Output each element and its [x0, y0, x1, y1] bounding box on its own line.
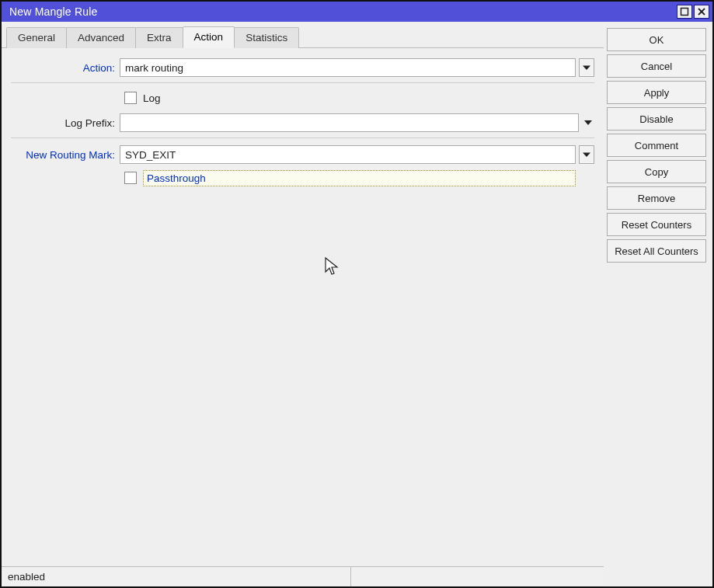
svg-rect-0	[681, 9, 688, 16]
svg-marker-5	[583, 153, 590, 158]
action-input[interactable]	[120, 58, 576, 77]
svg-marker-3	[583, 66, 590, 71]
maximize-button[interactable]	[677, 5, 692, 19]
routing-mark-dropdown-button[interactable]	[579, 145, 594, 164]
log-label: Log	[143, 92, 161, 104]
divider	[11, 82, 594, 83]
log-prefix-expand[interactable]	[582, 117, 594, 129]
reset-all-counters-button[interactable]: Reset All Counters	[607, 239, 706, 263]
new-routing-mark-input[interactable]	[120, 145, 576, 164]
window-controls	[677, 5, 709, 19]
row-passthrough: Passthrough	[11, 169, 594, 186]
comment-button[interactable]: Comment	[607, 134, 706, 157]
window-title: New Mangle Rule	[9, 5, 677, 18]
close-button[interactable]	[694, 5, 709, 19]
label-action: Action:	[11, 62, 120, 74]
tab-general[interactable]: General	[6, 27, 67, 48]
row-action: Action:	[11, 57, 594, 78]
cursor-icon	[324, 256, 340, 277]
label-log-prefix: Log Prefix:	[11, 117, 120, 129]
dialog-body: General Advanced Extra Action Statistics…	[2, 22, 712, 586]
tab-extra[interactable]: Extra	[135, 27, 183, 48]
apply-button[interactable]: Apply	[607, 81, 706, 104]
title-bar: New Mangle Rule	[2, 2, 712, 22]
tab-statistics[interactable]: Statistics	[234, 27, 299, 48]
field-action	[120, 58, 594, 77]
ok-button[interactable]: OK	[607, 28, 706, 51]
status-right	[351, 567, 604, 586]
status-bar: enabled	[2, 566, 604, 586]
field-log-prefix	[120, 113, 594, 132]
chevron-down-icon	[583, 64, 590, 71]
cancel-button[interactable]: Cancel	[607, 54, 706, 78]
maximize-icon	[680, 7, 689, 16]
svg-marker-4	[584, 120, 592, 125]
button-column: OK Cancel Apply Disable Comment Copy Rem…	[604, 22, 712, 586]
divider	[11, 137, 594, 138]
log-checkbox[interactable]	[124, 92, 137, 104]
passthrough-label: Passthrough	[143, 170, 576, 186]
action-dropdown-button[interactable]	[579, 58, 594, 77]
row-log-prefix: Log Prefix:	[11, 113, 594, 133]
close-icon	[697, 7, 706, 16]
chevron-down-icon	[583, 151, 590, 158]
copy-button[interactable]: Copy	[607, 160, 706, 183]
label-new-routing-mark: New Routing Mark:	[11, 149, 120, 161]
row-new-routing-mark: New Routing Mark:	[11, 144, 594, 165]
field-new-routing-mark	[120, 145, 594, 164]
tab-action[interactable]: Action	[183, 26, 235, 48]
log-prefix-input[interactable]	[120, 113, 579, 132]
row-log: Log	[11, 89, 594, 106]
disable-button[interactable]: Disable	[607, 107, 706, 130]
dialog-window: New Mangle Rule General Advanced Extra A…	[0, 0, 714, 588]
left-column: General Advanced Extra Action Statistics…	[2, 22, 604, 586]
remove-button[interactable]: Remove	[607, 186, 706, 210]
tab-strip: General Advanced Extra Action Statistics	[2, 22, 604, 48]
form-area: Action: Log Log Prefix:	[2, 48, 604, 566]
tab-advanced[interactable]: Advanced	[66, 27, 136, 48]
reset-counters-button[interactable]: Reset Counters	[607, 213, 706, 236]
chevron-down-icon	[583, 118, 593, 127]
passthrough-checkbox[interactable]	[124, 172, 137, 184]
status-left: enabled	[2, 567, 351, 586]
